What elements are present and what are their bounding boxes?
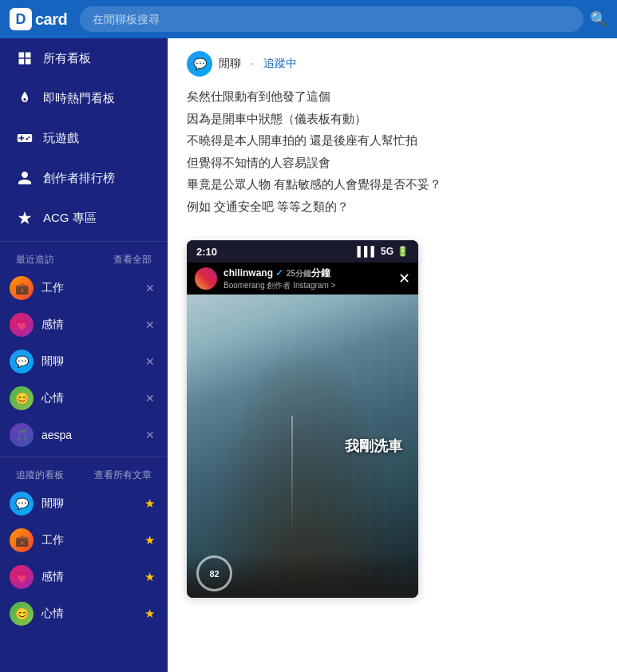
- post-image-wrapper: 2:10 ▌▌▌ 5G 🔋 chilinwang ✓ 25分鐘分鐘: [187, 240, 418, 598]
- content-area: 💬 閒聊 · 追蹤中 矣然仕限動有到他發了這個 因為是開車中狀態（儀表板有動） …: [168, 38, 617, 672]
- gamepad-icon: [16, 129, 34, 147]
- followed-label-chat: 閒聊: [42, 496, 136, 511]
- divider-1: [0, 241, 168, 242]
- phone-screenshot: 2:10 ▌▌▌ 5G 🔋 chilinwang ✓ 25分鐘分鐘: [187, 240, 418, 598]
- insta-close-icon[interactable]: ✕: [398, 270, 410, 287]
- sidebar-item-creator-rank[interactable]: 創作者排行榜: [0, 158, 168, 198]
- recent-view-all[interactable]: 查看全部: [113, 253, 152, 267]
- close-recent-romance[interactable]: ✕: [145, 318, 155, 331]
- close-recent-aespa[interactable]: ✕: [145, 429, 155, 441]
- main-layout: 所有看板 即時熱門看板 玩遊戲 創作者排行榜 ACG 專區: [0, 38, 617, 672]
- insta-avatar: [195, 267, 217, 290]
- signal-bars-icon: ▌▌▌: [357, 246, 378, 257]
- board-avatar: 💬: [187, 51, 212, 77]
- instagram-bar: chilinwang ✓ 25分鐘分鐘 Boomerang 創作者 Instag…: [187, 263, 418, 294]
- recent-item-romance[interactable]: 💗 感情 ✕: [0, 306, 168, 343]
- star-icon-romance: ★: [144, 570, 155, 584]
- road-center-line: [291, 416, 293, 537]
- verified-badge: ✓: [275, 267, 283, 279]
- avatar-chat: 💬: [10, 350, 34, 374]
- post-line-2: 因為是開車中狀態（儀表板有動）: [187, 109, 598, 129]
- insta-username: chilinwang ✓ 25分鐘分鐘: [223, 267, 392, 280]
- phone-time: 2:10: [196, 246, 217, 258]
- follow-button[interactable]: 追蹤中: [263, 57, 297, 71]
- followed-avatar-chat: 💬: [10, 492, 34, 516]
- car-video: 我剛洗車 82: [187, 294, 418, 598]
- recent-label-work: 工作: [42, 281, 137, 295]
- post-text: 矣然仕限動有到他發了這個 因為是開車中狀態（儀表板有動） 不曉得是本人開車拍的 …: [187, 86, 598, 216]
- sidebar-item-gaming[interactable]: 玩遊戲: [0, 118, 168, 158]
- sidebar-item-all-boards[interactable]: 所有看板: [0, 38, 168, 78]
- person-icon: [16, 169, 34, 187]
- video-text-overlay: 我剛洗車: [345, 437, 402, 456]
- logo-text: card: [35, 10, 67, 29]
- sidebar-item-acg[interactable]: ACG 專區: [0, 198, 168, 238]
- followed-item-mood[interactable]: 😊 心情 ★: [0, 595, 168, 632]
- followed-avatar-romance: 💗: [10, 565, 34, 589]
- sidebar-item-trending[interactable]: 即時熱門看板: [0, 78, 168, 118]
- post-line-6: 例如 交通安全吧 等等之類的？: [187, 196, 598, 217]
- followed-item-romance[interactable]: 💗 感情 ★: [0, 559, 168, 595]
- search-input[interactable]: [80, 6, 583, 32]
- insta-time: 25分鐘: [287, 269, 311, 278]
- recent-section-header: 最近造訪 查看全部: [0, 245, 168, 270]
- star-icon-chat: ★: [144, 496, 155, 511]
- speedometer: 82: [196, 555, 232, 591]
- avatar-aespa: 🎵: [10, 423, 34, 447]
- star-icon-mood: ★: [144, 607, 155, 621]
- followed-label: 追蹤的看板: [16, 468, 64, 482]
- avatar-romance: 💗: [10, 313, 34, 337]
- recent-label-romance: 感情: [42, 318, 137, 332]
- star-icon-work: ★: [144, 533, 155, 547]
- acg-icon: [16, 209, 34, 227]
- recent-item-chat[interactable]: 💬 閒聊 ✕: [0, 343, 168, 380]
- recent-label-aespa: aespa: [42, 429, 137, 441]
- insta-user-info: chilinwang ✓ 25分鐘分鐘 Boomerang 創作者 Instag…: [223, 267, 392, 291]
- sidebar-label-all-boards: 所有看板: [43, 51, 91, 66]
- close-recent-chat[interactable]: ✕: [145, 355, 155, 368]
- post-header: 💬 閒聊 · 追蹤中: [168, 38, 617, 83]
- post-line-5: 畢竟是公眾人物 有點敏感的人會覺得是否不妥？: [187, 174, 598, 195]
- recent-item-mood[interactable]: 😊 心情 ✕: [0, 380, 168, 417]
- dot-separator: ·: [251, 57, 254, 71]
- followed-label-romance: 感情: [42, 570, 136, 584]
- close-recent-mood[interactable]: ✕: [145, 392, 155, 405]
- app-header: D card 🔍: [0, 0, 617, 38]
- avatar-mood: 😊: [10, 386, 34, 410]
- board-name[interactable]: 閒聊: [219, 57, 241, 71]
- followed-label-work: 工作: [42, 533, 136, 547]
- recent-label: 最近造訪: [16, 253, 54, 267]
- post-content: 矣然仕限動有到他發了這個 因為是開車中狀態（儀表板有動） 不曉得是本人開車拍的 …: [168, 83, 617, 231]
- followed-avatar-work: 💼: [10, 528, 34, 552]
- divider-2: [0, 457, 168, 457]
- phone-status-bar: 2:10 ▌▌▌ 5G 🔋: [187, 240, 418, 263]
- followed-item-chat[interactable]: 💬 閒聊 ★: [0, 485, 168, 522]
- search-icon[interactable]: 🔍: [590, 10, 607, 28]
- insta-meta: Boomerang 創作者 Instagram >: [223, 280, 392, 291]
- sidebar-label-gaming: 玩遊戲: [43, 131, 79, 146]
- battery-icon: 🔋: [397, 246, 409, 257]
- recent-label-mood: 心情: [42, 391, 137, 405]
- logo-icon: D: [10, 8, 32, 30]
- recent-item-work[interactable]: 💼 工作 ✕: [0, 270, 168, 306]
- logo[interactable]: D card: [10, 8, 67, 30]
- fire-icon: [16, 89, 34, 107]
- phone-status-right: ▌▌▌ 5G 🔋: [357, 246, 409, 257]
- close-recent-work[interactable]: ✕: [145, 282, 155, 294]
- signal-type: 5G: [381, 246, 394, 257]
- followed-section-header: 追蹤的看板 查看所有文章: [0, 461, 168, 485]
- sidebar-label-creator-rank: 創作者排行榜: [43, 171, 115, 186]
- avatar-work: 💼: [10, 276, 34, 300]
- post-line-4: 但覺得不知情的人容易誤會: [187, 152, 598, 173]
- grid-icon: [16, 49, 34, 67]
- followed-view-all[interactable]: 查看所有文章: [94, 468, 152, 482]
- followed-label-mood: 心情: [42, 607, 136, 621]
- followed-avatar-mood: 😊: [10, 602, 34, 626]
- recent-label-chat: 閒聊: [42, 354, 137, 369]
- followed-item-work[interactable]: 💼 工作 ★: [0, 522, 168, 559]
- recent-item-aespa[interactable]: 🎵 aespa ✕: [0, 417, 168, 453]
- sidebar-label-trending: 即時熱門看板: [43, 91, 115, 106]
- sidebar: 所有看板 即時熱門看板 玩遊戲 創作者排行榜 ACG 專區: [0, 38, 168, 672]
- post-line-3: 不曉得是本人開車拍的 還是後座有人幫忙拍: [187, 130, 598, 151]
- sidebar-label-acg: ACG 專區: [43, 211, 97, 226]
